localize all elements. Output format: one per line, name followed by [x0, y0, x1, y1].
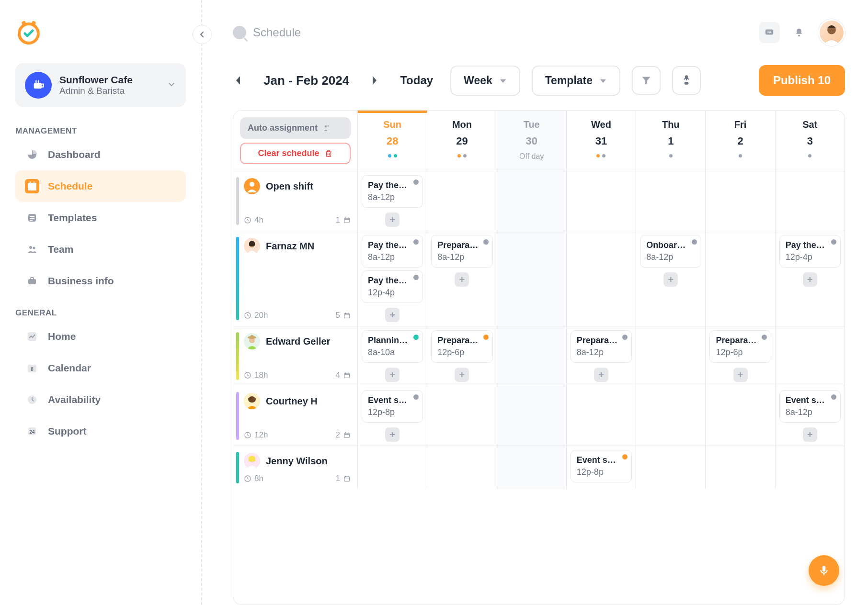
shift-card[interactable]: Prepara…8a-12p [571, 330, 632, 363]
schedule-cell[interactable] [497, 386, 567, 446]
template-dropdown[interactable]: Template [532, 66, 620, 96]
shift-card[interactable]: Pay the…12p-4p [362, 270, 423, 303]
schedule-cell[interactable] [706, 231, 775, 326]
add-shift-button[interactable]: + [385, 213, 400, 227]
share-button[interactable] [672, 66, 701, 95]
schedule-cell[interactable] [497, 446, 567, 489]
schedule-cell[interactable] [776, 171, 845, 231]
schedule-cell[interactable] [636, 326, 706, 386]
workspace-selector[interactable]: Sunflower Cafe Admin & Barista [15, 63, 186, 107]
schedule-cell[interactable]: Prepara…12p-6p+ [706, 326, 775, 386]
shift-card[interactable]: Onboar…8a-12p [640, 235, 701, 268]
nav-section-title: GENERAL [15, 308, 186, 318]
sidebar-item-templates[interactable]: Templates [15, 202, 186, 234]
sidebar-item-dashboard[interactable]: Dashboard [15, 139, 186, 170]
voice-fab[interactable] [809, 555, 839, 586]
schedule-cell[interactable]: Pay the…8a-12pPay the…12p-4p+ [358, 231, 427, 326]
publish-button[interactable]: Publish 10 [759, 65, 845, 96]
schedule-cell[interactable] [427, 386, 497, 446]
view-dropdown[interactable]: Week [450, 66, 520, 96]
shift-card[interactable]: Prepara…8a-12p [431, 235, 492, 268]
auto-assignment-button[interactable]: Auto assignment [240, 117, 351, 139]
svg-rect-11 [30, 220, 33, 221]
add-shift-button[interactable]: + [455, 368, 469, 382]
shift-card[interactable]: Prepara…12p-6p [431, 330, 492, 363]
schedule-toolbar: Jan - Feb 2024 Today Week Template Publi… [202, 56, 868, 110]
day-header[interactable]: Thu1 [636, 111, 706, 171]
shift-card[interactable]: Event s…12p-8p [362, 390, 423, 423]
schedule-cell[interactable] [636, 446, 706, 489]
schedule-cell[interactable] [497, 171, 567, 231]
prev-period-button[interactable] [233, 74, 243, 87]
sidebar-item-schedule[interactable]: Schedule [15, 170, 186, 202]
filter-button[interactable] [632, 66, 661, 95]
schedule-cell[interactable]: Event s…8a-12p+ [776, 386, 845, 446]
schedule-cell[interactable] [358, 446, 427, 489]
sidebar-item-support[interactable]: 24Support [15, 415, 186, 447]
schedule-cell[interactable]: Pay the…8a-12p+ [358, 171, 427, 231]
notifications-button[interactable] [788, 22, 810, 43]
schedule-cell[interactable] [427, 446, 497, 489]
messages-button[interactable] [759, 22, 780, 43]
sidebar-item-availability[interactable]: Availability [15, 384, 186, 415]
schedule-cell[interactable] [636, 171, 706, 231]
schedule-cell[interactable] [776, 326, 845, 386]
add-shift-button[interactable]: + [594, 368, 608, 382]
schedule-cell[interactable] [497, 326, 567, 386]
schedule-cell[interactable] [567, 171, 636, 231]
schedule-cell[interactable] [706, 446, 775, 489]
search-input[interactable]: Schedule [233, 26, 750, 39]
add-shift-button[interactable]: + [455, 272, 469, 287]
today-button[interactable]: Today [400, 74, 433, 87]
sidebar-item-calendar[interactable]: 8Calendar [15, 352, 186, 384]
schedule-cell[interactable]: Prepara…12p-6p+ [427, 326, 497, 386]
schedule-cell[interactable] [567, 231, 636, 326]
add-shift-button[interactable]: + [385, 308, 400, 322]
add-shift-button[interactable]: + [385, 368, 400, 382]
schedule-cell[interactable]: Prepara…8a-12p+ [427, 231, 497, 326]
add-shift-button[interactable]: + [663, 272, 678, 287]
schedule-cell[interactable]: Pay the…12p-4p+ [776, 231, 845, 326]
schedule-cell[interactable]: Onboar…8a-12p+ [636, 231, 706, 326]
shift-card[interactable]: Event s…8a-12p [779, 390, 841, 423]
day-header[interactable]: Sat3 [776, 111, 845, 171]
schedule-cell[interactable]: Plannin…8a-10a+ [358, 326, 427, 386]
day-header[interactable]: Fri2 [706, 111, 775, 171]
schedule-cell[interactable] [636, 386, 706, 446]
schedule-cell[interactable] [427, 171, 497, 231]
clear-schedule-button[interactable]: Clear schedule [240, 143, 351, 164]
schedule-cell[interactable]: Event s…12p-8p [567, 446, 636, 489]
shift-card[interactable]: Pay the…8a-12p [362, 235, 423, 268]
schedule-cell[interactable] [776, 446, 845, 489]
add-shift-button[interactable]: + [803, 272, 817, 287]
shift-card[interactable]: Pay the…12p-4p [779, 235, 841, 268]
collapse-sidebar-button[interactable] [193, 25, 212, 44]
add-shift-button[interactable]: + [385, 427, 400, 442]
sidebar-item-label: Calendar [48, 362, 91, 374]
day-header[interactable]: Sun28 [358, 111, 427, 171]
sidebar-item-label: Support [48, 426, 86, 437]
sidebar-item-home[interactable]: Home [15, 321, 186, 352]
day-header[interactable]: Mon29 [427, 111, 497, 171]
schedule-cell[interactable] [706, 386, 775, 446]
staff-name: Edward Geller [266, 336, 331, 347]
add-shift-button[interactable]: + [733, 368, 748, 382]
sidebar-item-team[interactable]: Team [15, 234, 186, 265]
shift-card[interactable]: Plannin…8a-10a [362, 330, 423, 363]
schedule-cell[interactable] [706, 171, 775, 231]
svg-rect-29 [685, 82, 689, 84]
day-header[interactable]: Tue30Off day [497, 111, 567, 171]
shift-card[interactable]: Event s…12p-8p [571, 450, 632, 482]
shift-title: Plannin… [368, 336, 417, 346]
schedule-cell[interactable]: Event s…12p-8p+ [358, 386, 427, 446]
schedule-cell[interactable] [497, 231, 567, 326]
user-avatar[interactable] [818, 19, 845, 46]
add-shift-button[interactable]: + [803, 427, 817, 442]
shift-card[interactable]: Pay the…8a-12p [362, 175, 423, 208]
schedule-cell[interactable]: Prepara…8a-12p+ [567, 326, 636, 386]
schedule-cell[interactable] [567, 386, 636, 446]
sidebar-item-business[interactable]: Business info [15, 265, 186, 297]
day-header[interactable]: Wed31 [567, 111, 636, 171]
next-period-button[interactable] [369, 74, 380, 87]
shift-card[interactable]: Prepara…12p-6p [709, 330, 771, 363]
